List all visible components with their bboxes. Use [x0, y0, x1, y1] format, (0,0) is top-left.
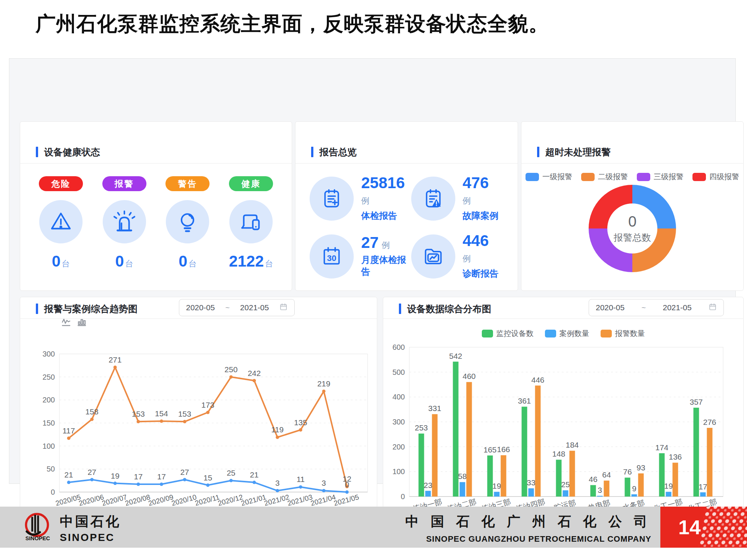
svg-text:21: 21: [250, 470, 258, 479]
distribution-bar-chart: 0100200300400500600253542165361148467617…: [387, 317, 740, 526]
svg-text:27: 27: [87, 468, 96, 476]
legend-swatch: [526, 173, 539, 181]
legend-label: 报警数量: [615, 329, 645, 339]
svg-text:100: 100: [393, 467, 405, 476]
svg-text:200: 200: [43, 396, 55, 404]
alarm-donut-chart: 0 报警总数: [588, 184, 676, 273]
date-to-value[interactable]: 2021-05: [663, 303, 692, 312]
panel-distribution-chart: 设备数据综合分布图 2020-05 ~ 2021-05 监控设备数案例数量报警数…: [383, 297, 744, 528]
svg-text:2020/12: 2020/12: [217, 493, 244, 507]
health-count: 2122台: [229, 252, 273, 270]
health-count: 0台: [52, 252, 70, 270]
svg-text:331: 331: [428, 404, 441, 413]
report-item-3: 446例诊断报告: [411, 227, 513, 285]
health-status-pill: 危险: [39, 176, 83, 191]
footer: SINOPEC 中国石化 SINOPEC 中 国 石 化 广 州 石 化 公 司…: [0, 507, 747, 548]
svg-text:50: 50: [47, 465, 55, 473]
svg-text:300: 300: [43, 350, 55, 358]
alarm-legend: 一级报警二级报警三级报警四级报警: [525, 172, 740, 182]
health-status-pill: 健康: [229, 176, 273, 191]
svg-text:SINOPEC: SINOPEC: [25, 535, 50, 541]
accent-bar: [36, 147, 38, 157]
legend-label: 监控设备数: [496, 329, 534, 339]
panel-overdue-alarms-header: 超时未处理报警: [521, 122, 743, 164]
panel-reports: 报告总览 25816例体检报告476例故障案例3027例月度体检报告446例诊断…: [295, 121, 518, 291]
svg-text:19: 19: [111, 472, 119, 480]
distribution-legend-item-1[interactable]: 案例数量: [545, 329, 589, 339]
svg-text:19: 19: [492, 482, 501, 490]
svg-text:153: 153: [178, 410, 191, 418]
svg-text:2021/03: 2021/03: [286, 493, 313, 507]
svg-text:2020/05: 2020/05: [55, 493, 81, 507]
dot-pattern-decoration: [698, 507, 747, 548]
svg-text:148: 148: [552, 449, 565, 458]
distribution-legend-item-0[interactable]: 监控设备数: [482, 329, 534, 339]
date-separator: ~: [641, 304, 646, 312]
distribution-date-range-picker[interactable]: 2020-05 ~ 2021-05: [589, 299, 724, 316]
svg-text:276: 276: [703, 418, 716, 426]
svg-text:242: 242: [248, 369, 261, 377]
svg-text:446: 446: [531, 376, 544, 384]
svg-text:2020/11: 2020/11: [194, 493, 220, 507]
svg-text:166: 166: [497, 445, 510, 454]
health-status-pill: 警告: [165, 176, 210, 191]
svg-text:0: 0: [345, 480, 349, 489]
svg-text:165: 165: [483, 445, 496, 454]
svg-text:271: 271: [109, 355, 122, 364]
svg-text:23: 23: [424, 481, 432, 489]
health-count: 0台: [179, 252, 196, 270]
warning-triangle-icon: [39, 200, 83, 243]
alarm-total-label: 报警总数: [614, 231, 651, 244]
svg-text:3: 3: [322, 479, 326, 487]
svg-text:2020/06: 2020/06: [78, 493, 105, 507]
report-value: 25816: [361, 175, 405, 191]
report-unit: 例: [463, 253, 499, 264]
svg-text:150: 150: [43, 419, 55, 427]
panel-health-title: 设备健康状态: [44, 147, 100, 158]
page-number-box: 14: [660, 507, 747, 548]
legend-swatch: [637, 173, 650, 181]
alarm-legend-item-1[interactable]: 二级报警: [581, 172, 628, 182]
calendar-icon[interactable]: [709, 303, 717, 312]
devices-icon: [229, 200, 273, 243]
svg-text:153: 153: [132, 410, 145, 418]
svg-text:25: 25: [561, 480, 570, 489]
report-value: 27例: [361, 235, 406, 251]
alarm-legend-item-0[interactable]: 一级报警: [526, 172, 572, 182]
svg-text:136: 136: [669, 452, 682, 461]
page-title: 广州石化泵群监控系统主界面，反映泵群设备状态全貌。: [35, 10, 549, 38]
svg-text:117: 117: [62, 426, 75, 435]
svg-text:11: 11: [297, 475, 305, 483]
alarm-legend-item-2[interactable]: 三级报警: [637, 172, 684, 182]
accent-bar: [311, 147, 313, 157]
clipboard-warning-icon: [411, 177, 455, 221]
svg-text:135: 135: [294, 418, 307, 427]
report-label: 体检报告: [361, 210, 405, 222]
footer-brand: 中国石化 SINOPEC: [60, 513, 121, 544]
date-from-value[interactable]: 2020-05: [186, 303, 215, 312]
report-unit: 例: [463, 195, 499, 206]
svg-text:17: 17: [134, 472, 143, 481]
panel-trend-chart: 报警与案例综合趋势图 2020-05 ~ 2021-05 05010015020…: [20, 297, 377, 528]
date-from-value[interactable]: 2020-05: [596, 303, 624, 312]
svg-text:76: 76: [623, 467, 632, 476]
svg-text:3: 3: [598, 486, 602, 494]
svg-text:46: 46: [589, 475, 597, 483]
clipboard-plus-icon: [310, 177, 354, 221]
svg-text:25: 25: [227, 469, 235, 477]
report-label: 月度体检报告: [361, 254, 406, 278]
date-separator: ~: [225, 304, 230, 312]
health-status-item-3: 健康2122台: [219, 176, 283, 270]
report-unit: 例: [361, 195, 405, 206]
alarm-legend-item-3[interactable]: 四级报警: [692, 172, 739, 182]
svg-text:33: 33: [527, 478, 535, 487]
svg-text:158: 158: [86, 407, 99, 416]
trend-date-range-picker[interactable]: 2020-05 ~ 2021-05: [179, 299, 295, 316]
panel-reports-title: 报告总览: [319, 147, 357, 158]
calendar-icon[interactable]: [279, 303, 288, 312]
distribution-legend-item-2[interactable]: 报警数量: [601, 329, 645, 339]
calendar-30-icon: 30: [310, 234, 354, 279]
report-label: 诊断报告: [463, 268, 499, 280]
svg-text:19: 19: [664, 482, 673, 490]
date-to-value[interactable]: 2021-05: [240, 303, 269, 312]
